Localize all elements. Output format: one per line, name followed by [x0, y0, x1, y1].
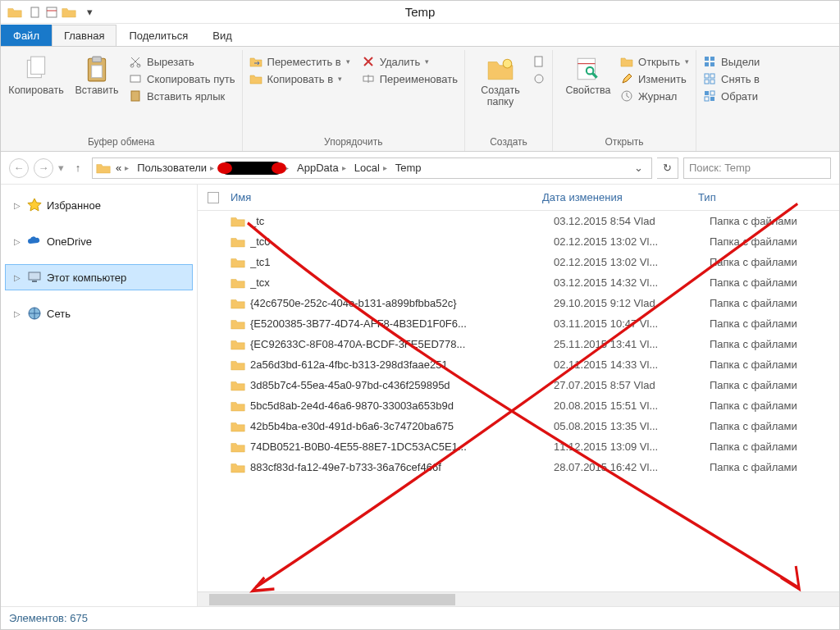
svg-rect-3: [31, 57, 45, 74]
properties-button[interactable]: Свойства: [559, 52, 617, 103]
select-none-button[interactable]: Снять в: [703, 72, 760, 85]
tab-home[interactable]: Главная: [52, 25, 116, 46]
table-row[interactable]: 883cf83d-fa12-49e7-b733-36a76cef466f28.0…: [198, 457, 839, 477]
new-item-button[interactable]: [532, 55, 546, 68]
table-row[interactable]: {EC92633C-8F08-470A-BCDF-3FE5ED778...25.…: [198, 334, 839, 354]
tab-view[interactable]: Вид: [200, 25, 244, 46]
cell-date: 02.11.2015 14:33 Vl...: [554, 358, 710, 371]
tab-share[interactable]: Поделиться: [116, 25, 200, 46]
up-button[interactable]: ↑: [69, 159, 87, 177]
cell-date: 02.12.2015 13:02 Vl...: [554, 256, 710, 268]
breadcrumb-redacted[interactable]: ▸: [219, 162, 292, 175]
search-input[interactable]: Поиск: Temp: [683, 158, 831, 179]
tree-this-pc[interactable]: ▷Этот компьютер: [6, 265, 192, 290]
column-date[interactable]: Дата изменения: [542, 191, 698, 203]
breadcrumb-0[interactable]: Пользователи▸: [134, 162, 217, 174]
delete-button[interactable]: Удалить: [362, 55, 458, 68]
cell-name: {42c6750e-252c-404e-b131-a899bfbba52c}: [250, 297, 554, 309]
column-name[interactable]: Имя: [231, 191, 542, 203]
qat-dropdown-icon[interactable]: ▾: [83, 6, 96, 19]
group-clipboard: Копировать Вставить Вырезать Скопировать…: [1, 50, 243, 151]
folder-icon: [231, 298, 245, 309]
tree-network[interactable]: ▷Сеть: [6, 301, 192, 326]
address-bar[interactable]: «▸ Пользователи▸ ▸ AppData▸ Local▸ Temp …: [92, 158, 652, 179]
table-row[interactable]: _tc03.12.2015 8:54 VladПапка с файлами: [198, 211, 839, 231]
table-row[interactable]: 5bc5d8ab-2e4d-46a6-9870-33003a653b9d20.0…: [198, 395, 839, 416]
folder-icon: [231, 380, 245, 391]
open-button[interactable]: Открыть: [620, 55, 689, 68]
copy-button[interactable]: Копировать: [7, 52, 65, 103]
select-all-checkbox[interactable]: [208, 192, 219, 203]
address-dropdown-icon[interactable]: ⌄: [629, 162, 648, 174]
scrollbar-thumb[interactable]: [209, 594, 455, 605]
svg-rect-21: [710, 62, 714, 66]
svg-rect-24: [705, 80, 709, 84]
group-select: Выдели Снять в Обрати: [696, 50, 766, 151]
table-row[interactable]: _tcx03.12.2015 14:32 Vl...Папка с файлам…: [198, 272, 839, 293]
table-row[interactable]: _tc002.12.2015 13:02 Vl...Папка с файлам…: [198, 231, 839, 252]
cell-type: Папка с файлами: [710, 215, 839, 227]
cell-type: Папка с файлами: [710, 256, 839, 268]
cell-type: Папка с файлами: [710, 235, 839, 248]
paste-button[interactable]: Вставить: [68, 52, 126, 103]
refresh-button[interactable]: ↻: [657, 158, 678, 179]
file-rows[interactable]: _tc03.12.2015 8:54 VladПапка с файлами_t…: [198, 211, 839, 591]
cell-name: 883cf83d-fa12-49e7-b733-36a76cef466f: [250, 461, 554, 473]
table-row[interactable]: 42b5b4ba-e30d-491d-b6a6-3c74720ba67505.0…: [198, 416, 839, 436]
breadcrumb-4[interactable]: Temp: [392, 162, 425, 174]
qat-new-icon[interactable]: [29, 6, 42, 19]
folder-icon: [231, 277, 245, 289]
folder-icon: [231, 236, 245, 248]
qat-folder-icon[interactable]: [62, 7, 76, 18]
horizontal-scrollbar[interactable]: [198, 591, 839, 606]
history-button[interactable]: Журнал: [620, 89, 689, 103]
breadcrumb-3[interactable]: Local▸: [351, 162, 390, 174]
recent-dropdown-icon[interactable]: ▾: [58, 162, 64, 174]
navigation-tree[interactable]: ▷Избранное ▷OneDrive ▷Этот компьютер ▷Се…: [1, 185, 198, 606]
table-row[interactable]: {E5200385-3B77-4D74-AFF8-4B3ED1F0F6...03…: [198, 313, 839, 334]
rename-button[interactable]: Переименовать: [362, 72, 458, 85]
cell-date: 29.10.2015 9:12 Vlad: [554, 297, 710, 309]
easy-access-button[interactable]: [532, 72, 546, 85]
forward-button[interactable]: →: [34, 158, 53, 178]
tree-favorites[interactable]: ▷Избранное: [6, 193, 192, 217]
app-folder-icon: [7, 7, 22, 18]
cell-name: _tc1: [250, 256, 554, 268]
back-button[interactable]: ←: [9, 158, 29, 178]
cut-button[interactable]: Вырезать: [129, 55, 235, 68]
svg-rect-0: [31, 7, 39, 17]
copy-to-button[interactable]: Копировать в: [249, 72, 350, 85]
cell-name: 74DB0521-B0B0-4E55-88E7-1DC53AC5E1...: [250, 441, 554, 453]
qat-properties-icon[interactable]: [45, 6, 58, 19]
invert-selection-button[interactable]: Обрати: [703, 89, 760, 103]
table-row[interactable]: _tc102.12.2015 13:02 Vl...Папка с файлам…: [198, 252, 839, 272]
cell-type: Папка с файлами: [710, 317, 839, 330]
table-row[interactable]: 74DB0521-B0B0-4E55-88E7-1DC53AC5E1...11.…: [198, 436, 839, 457]
copy-path-button[interactable]: Скопировать путь: [129, 72, 235, 85]
select-all-button[interactable]: Выдели: [703, 55, 760, 68]
cell-name: _tc0: [250, 235, 554, 248]
table-row[interactable]: 2a56d3bd-612a-4fbc-b313-298d3faae25102.1…: [198, 354, 839, 375]
paste-shortcut-button[interactable]: Вставить ярлык: [129, 89, 235, 103]
new-folder-button[interactable]: Создать папку: [472, 52, 529, 108]
tree-onedrive[interactable]: ▷OneDrive: [6, 229, 192, 253]
cell-name: 5bc5d8ab-2e4d-46a6-9870-33003a653b9d: [250, 399, 554, 412]
move-to-button[interactable]: Переместить в: [249, 55, 350, 68]
tab-file[interactable]: Файл: [1, 25, 52, 46]
cell-name: {E5200385-3B77-4D74-AFF8-4B3ED1F0F6...: [250, 317, 554, 330]
folder-icon: [231, 216, 245, 227]
column-type[interactable]: Тип: [698, 191, 839, 203]
breadcrumb-2[interactable]: AppData▸: [294, 162, 349, 174]
table-row[interactable]: 3d85b7c4-55ea-45a0-97bd-c436f259895d27.0…: [198, 375, 839, 395]
cell-type: Папка с файлами: [710, 297, 839, 309]
folder-icon: [231, 441, 245, 453]
cell-name: 2a56d3bd-612a-4fbc-b313-298d3faae251: [250, 358, 554, 371]
cell-date: 03.12.2015 14:32 Vl...: [554, 276, 710, 289]
edit-button[interactable]: Изменить: [620, 72, 689, 85]
ribbon-tabs: Файл Главная Поделиться Вид: [1, 24, 839, 47]
cell-name: 3d85b7c4-55ea-45a0-97bd-c436f259895d: [250, 379, 554, 391]
breadcrumb-root[interactable]: «▸: [112, 162, 132, 174]
table-row[interactable]: {42c6750e-252c-404e-b131-a899bfbba52c}29…: [198, 293, 839, 313]
cell-name: _tc: [250, 215, 554, 227]
cell-date: 03.12.2015 8:54 Vlad: [554, 215, 710, 227]
